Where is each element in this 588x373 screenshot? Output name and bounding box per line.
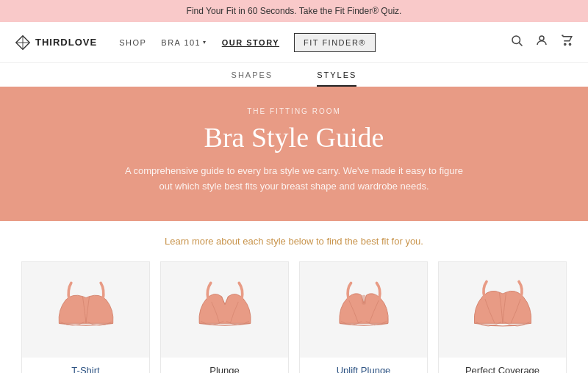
logo-icon <box>15 35 31 51</box>
card-uplift-plunge[interactable]: Uplift Plunge <box>299 261 428 373</box>
nav-bra101[interactable]: BRA 101 ▾ <box>161 38 207 47</box>
card-uplift-plunge-label: Uplift Plunge <box>300 358 427 373</box>
hero-description: A comprehensive guide to every bra style… <box>118 164 470 195</box>
card-uplift-image <box>300 262 427 358</box>
banner-text: Find Your Fit in 60 Seconds. Take the Fi… <box>187 6 402 16</box>
nav-links: SHOP BRA 101 ▾ OUR STORY FIT FINDER® <box>119 33 510 52</box>
account-icon[interactable] <box>535 34 548 51</box>
card-perfect-coverage[interactable]: Perfect Coverage <box>438 261 567 373</box>
uplift-plunge-bra-illustration <box>323 273 404 347</box>
logo[interactable]: THIRDLOVE <box>15 35 97 51</box>
navigation: THIRDLOVE SHOP BRA 101 ▾ OUR STORY FIT F… <box>0 22 588 63</box>
perfect-coverage-bra-illustration <box>462 273 543 347</box>
hero-section: THE FITTING ROOM Bra Style Guide A compr… <box>0 87 588 221</box>
card-perfect-coverage-image <box>439 262 566 358</box>
tshirt-bra-illustration <box>46 273 126 347</box>
card-tshirt-image <box>22 262 149 358</box>
logo-text: THIRDLOVE <box>35 37 97 48</box>
card-plunge[interactable]: Plunge <box>160 261 289 373</box>
cart-icon[interactable] <box>560 34 573 51</box>
card-plunge-image <box>161 262 288 358</box>
content-section: Learn more about each style below to fin… <box>0 221 588 373</box>
nav-shop[interactable]: SHOP <box>119 38 146 47</box>
hero-subtitle: THE FITTING ROOM <box>15 107 573 115</box>
top-banner[interactable]: Find Your Fit in 60 Seconds. Take the Fi… <box>0 0 588 22</box>
content-subtitle: Learn more about each style below to fin… <box>15 236 573 247</box>
card-tshirt-label: T-Shirt <box>22 358 149 373</box>
card-plunge-label: Plunge <box>161 358 288 373</box>
bra-style-cards: T-Shirt <box>15 261 573 373</box>
card-tshirt[interactable]: T-Shirt <box>21 261 150 373</box>
svg-point-3 <box>512 36 520 44</box>
tabs: SHAPES STYLES <box>0 63 588 87</box>
fitfinder-button[interactable]: FIT FINDER® <box>294 33 376 52</box>
svg-line-4 <box>519 43 522 46</box>
hero-title: Bra Style Guide <box>15 121 573 153</box>
tab-styles[interactable]: STYLES <box>317 70 356 87</box>
card-perfect-coverage-label: Perfect Coverage <box>439 358 566 373</box>
nav-our-story[interactable]: OUR STORY <box>222 38 279 47</box>
chevron-down-icon: ▾ <box>203 39 207 46</box>
nav-icons <box>510 34 573 51</box>
svg-point-7 <box>569 43 570 45</box>
svg-point-5 <box>539 36 544 40</box>
search-icon[interactable] <box>510 34 523 51</box>
svg-point-6 <box>564 43 566 45</box>
plunge-bra-illustration <box>184 273 265 347</box>
tab-shapes[interactable]: SHAPES <box>232 70 273 87</box>
svg-rect-8 <box>362 294 366 304</box>
